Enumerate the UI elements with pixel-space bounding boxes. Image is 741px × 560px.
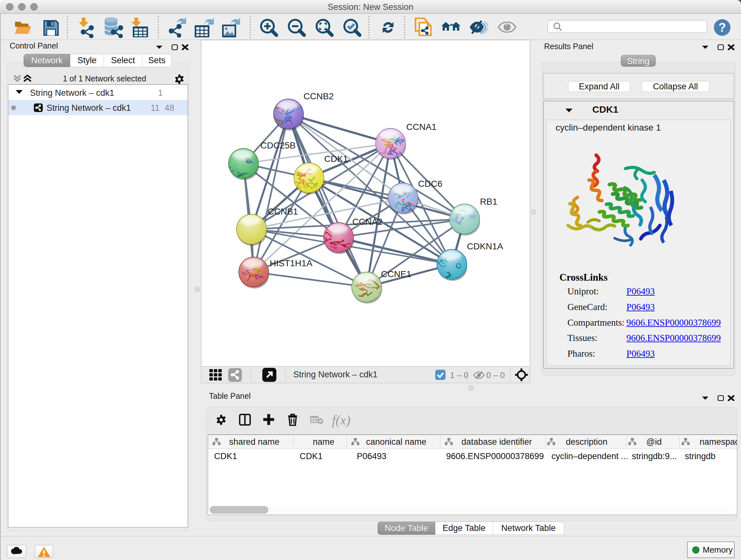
svg-text:HIST1H1A: HIST1H1A — [270, 258, 313, 268]
svg-text:CCNB1: CCNB1 — [268, 206, 298, 216]
svg-text:CDC25B: CDC25B — [260, 140, 295, 150]
svg-text:CCNA2: CCNA2 — [352, 217, 383, 227]
svg-text:CCNA1: CCNA1 — [406, 122, 436, 132]
svg-text:CDKN1A: CDKN1A — [467, 241, 503, 251]
svg-text:CDK1: CDK1 — [324, 154, 348, 164]
svg-text:CCNE1: CCNE1 — [381, 269, 411, 279]
svg-text:RB1: RB1 — [480, 197, 497, 206]
svg-text:CDC6: CDC6 — [418, 179, 442, 189]
svg-text:CCNB2: CCNB2 — [304, 91, 334, 101]
